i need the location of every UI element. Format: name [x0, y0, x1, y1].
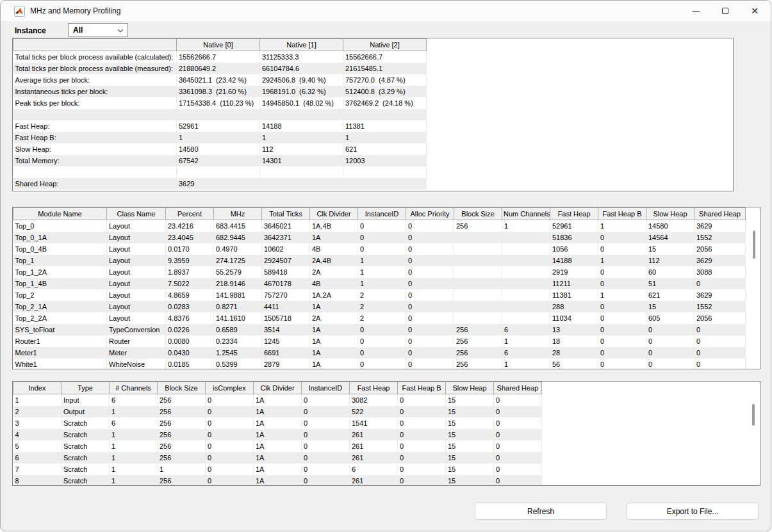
table-cell[interactable]: TypeConversion: [107, 324, 166, 335]
table-cell[interactable]: 256: [158, 452, 206, 463]
table-cell[interactable]: 256: [158, 417, 206, 429]
table-cell[interactable]: Layout: [107, 278, 166, 289]
row-label[interactable]: [13, 109, 177, 120]
table-cell[interactable]: 0.0430: [166, 347, 214, 359]
table-cell[interactable]: 2A,4B: [310, 255, 358, 266]
table-cell[interactable]: 0: [358, 347, 406, 359]
table-cell[interactable]: 0: [406, 255, 454, 266]
table-cell[interactable]: 0: [646, 347, 694, 359]
table-cell[interactable]: 51836: [550, 232, 598, 243]
table-cell[interactable]: Layout: [107, 289, 166, 301]
table-cell[interactable]: 1A: [254, 417, 302, 429]
table-cell[interactable]: 218.9146: [214, 278, 262, 289]
table-cell[interactable]: 14301: [260, 155, 343, 166]
table-cell[interactable]: 0: [598, 347, 646, 359]
row-label[interactable]: Fast Heap B:: [13, 132, 177, 143]
table-cell[interactable]: 3082: [350, 394, 398, 407]
table-cell[interactable]: 274.1725: [214, 255, 262, 266]
table-cell[interactable]: Top_1_4B: [13, 278, 107, 289]
table-cell[interactable]: 1: [110, 440, 158, 452]
table-cell[interactable]: 0: [694, 347, 746, 359]
table-cell[interactable]: 1: [358, 266, 406, 278]
table-cell[interactable]: 6: [110, 417, 158, 429]
table-cell[interactable]: 112: [260, 143, 343, 155]
table-cell[interactable]: 0: [598, 335, 646, 347]
table-cell[interactable]: 288: [550, 301, 598, 312]
close-icon[interactable]: ✕: [740, 1, 769, 21]
table-cell[interactable]: 522: [350, 406, 398, 417]
table-cell[interactable]: 0: [206, 429, 254, 440]
table-cell[interactable]: 0.5399: [214, 359, 262, 369]
table-cell[interactable]: 52961: [550, 220, 598, 232]
table-cell[interactable]: 2919: [550, 266, 598, 278]
table-cell[interactable]: 1: [598, 289, 646, 301]
table-cell[interactable]: 6691: [262, 347, 310, 359]
table-cell[interactable]: 4670178: [262, 278, 310, 289]
table-cell[interactable]: Scratch: [62, 440, 110, 452]
table-cell[interactable]: 12003: [343, 155, 427, 166]
table-cell[interactable]: 0: [398, 429, 446, 440]
table-cell[interactable]: 3645021.1 (23.42 %): [177, 74, 260, 86]
table-cell[interactable]: 0: [406, 220, 454, 232]
table-cell[interactable]: 31125333.3: [260, 51, 343, 63]
table-cell[interactable]: 0: [206, 417, 254, 429]
table-cell[interactable]: 14580: [646, 220, 694, 232]
table-cell[interactable]: 256: [158, 406, 206, 417]
table-cell[interactable]: 0: [406, 359, 454, 369]
table-cell[interactable]: 1: [502, 359, 550, 369]
table-cell[interactable]: 23.4216: [166, 220, 214, 232]
table-cell[interactable]: 1: [13, 394, 62, 407]
title-bar[interactable]: MHz and Memory Profiling ✕: [1, 1, 771, 21]
table-cell[interactable]: White1: [13, 359, 107, 369]
table-cell[interactable]: 1A: [254, 475, 302, 486]
table-cell[interactable]: 0: [398, 406, 446, 417]
table-cell[interactable]: 15: [646, 243, 694, 255]
table-cell[interactable]: 0: [406, 232, 454, 243]
table-cell[interactable]: 14564: [646, 232, 694, 243]
table-cell[interactable]: [502, 266, 550, 278]
table-cell[interactable]: 1: [358, 255, 406, 266]
table-cell[interactable]: 15562666.7: [177, 51, 260, 63]
table-cell[interactable]: 1552: [694, 301, 746, 312]
table-cell[interactable]: 6: [502, 324, 550, 335]
table-cell[interactable]: 2056: [694, 243, 746, 255]
table-cell[interactable]: 0: [694, 324, 746, 335]
refresh-button[interactable]: Refresh: [475, 503, 607, 520]
table-cell[interactable]: [502, 289, 550, 301]
table-cell[interactable]: 1.8937: [166, 266, 214, 278]
table-cell[interactable]: [502, 278, 550, 289]
table-cell[interactable]: [454, 255, 502, 266]
table-cell[interactable]: 0: [494, 463, 542, 475]
table-cell[interactable]: 0: [302, 452, 350, 463]
table-cell[interactable]: 0: [358, 243, 406, 255]
table-cell[interactable]: 0: [494, 417, 542, 429]
table-cell[interactable]: 141.1610: [214, 312, 262, 324]
table-cell[interactable]: [260, 166, 343, 178]
table-cell[interactable]: [454, 278, 502, 289]
table-cell[interactable]: SYS_toFloat: [13, 324, 107, 335]
table-cell[interactable]: [454, 232, 502, 243]
table-cell[interactable]: 15: [446, 406, 494, 417]
table-cell[interactable]: Scratch: [62, 417, 110, 429]
table-cell[interactable]: Top_0_1A: [13, 232, 107, 243]
table-cell[interactable]: 261: [350, 440, 398, 452]
table-cell[interactable]: 3762469.2 (24.18 %): [343, 97, 427, 109]
table-cell[interactable]: 0.0185: [166, 359, 214, 369]
table-cell[interactable]: 0: [406, 324, 454, 335]
table-cell[interactable]: 6: [110, 394, 158, 407]
table-cell[interactable]: 11381: [343, 120, 427, 132]
table-cell[interactable]: 0: [598, 359, 646, 369]
table-cell[interactable]: 1: [110, 452, 158, 463]
table-cell[interactable]: 0: [398, 463, 446, 475]
table-cell[interactable]: 1056: [550, 243, 598, 255]
table-cell[interactable]: 66104784.6: [260, 63, 343, 74]
table-cell[interactable]: 0: [494, 452, 542, 463]
row-label[interactable]: Instantaneous ticks per block:: [13, 86, 177, 97]
table-cell[interactable]: Top_0_4B: [13, 243, 107, 255]
table-cell[interactable]: 256: [454, 347, 502, 359]
table-cell[interactable]: 0: [358, 232, 406, 243]
table-cell[interactable]: 1A: [254, 452, 302, 463]
table-cell[interactable]: [177, 166, 260, 178]
table-cell[interactable]: [454, 243, 502, 255]
table-cell[interactable]: 757270.0 (4.87 %): [343, 74, 427, 86]
